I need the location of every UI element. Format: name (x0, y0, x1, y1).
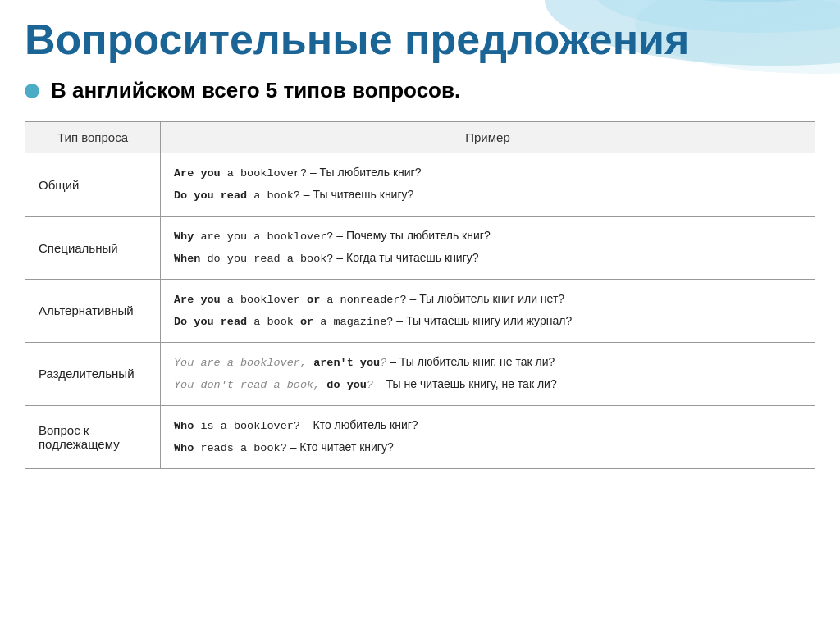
type-cell: Вопрос к подлежащему (25, 405, 161, 468)
example-part: You don't read a book, (174, 379, 326, 391)
example-line: Are you a booklover or a nonreader? – Ты… (174, 289, 801, 310)
example-part: aren't you (313, 357, 380, 369)
example-part: reads a book (194, 442, 280, 454)
example-line: Do you read a book or a magazine? – Ты ч… (174, 312, 801, 332)
example-cell: You are a booklover, aren't you? – Ты лю… (161, 342, 815, 405)
table-row: Вопрос к подлежащемуWho is a booklover? … (25, 405, 815, 468)
example-part: – Ты не читаешь книгу, не так ли? (373, 377, 557, 390)
table-row: РазделительныйYou are a booklover, aren'… (25, 342, 815, 405)
example-part: do you read a book (200, 253, 326, 265)
example-part: a book (247, 316, 300, 328)
example-line: Who is a booklover? – Кто любитель книг? (174, 416, 801, 436)
subtitle-text: В английском всего 5 типов вопросов. (51, 78, 460, 103)
example-part: Why (174, 230, 194, 243)
example-part: Do you read (174, 316, 247, 328)
col-header-type: Тип вопроса (25, 122, 161, 153)
example-part: – Когда ты читаешь книгу? (333, 251, 478, 264)
table-row: ОбщийAre you a booklover? – Ты любитель … (25, 153, 815, 217)
example-cell: Who is a booklover? – Кто любитель книг?… (161, 405, 815, 468)
example-part: – Кто читает книгу? (287, 440, 394, 454)
page-content: Вопросительные предложения В английском … (0, 0, 840, 485)
table-row: СпециальныйWhy are you a booklover? – По… (25, 217, 815, 280)
question-types-table: Тип вопроса Пример ОбщийAre you a booklo… (25, 121, 815, 468)
example-part: You are a booklover, (174, 357, 313, 369)
example-part: – Почему ты любитель книг? (333, 229, 490, 242)
example-line: Do you read a book? – Ты читаешь книгу? (174, 185, 801, 206)
example-part: When (174, 253, 200, 265)
example-line: Who reads a book? – Кто читает книгу? (174, 438, 801, 458)
example-part: ? (300, 167, 307, 180)
example-part: are you a booklover (194, 230, 326, 243)
example-line: Why are you a booklover? – Почему ты люб… (174, 226, 801, 247)
example-part: Do you read (174, 189, 247, 202)
example-part: or (300, 316, 313, 328)
page-title: Вопросительные предложения (25, 16, 815, 63)
example-cell: Why are you a booklover? – Почему ты люб… (161, 217, 815, 280)
table: Тип вопроса Пример ОбщийAre you a booklo… (25, 121, 815, 468)
example-part: ? (367, 379, 373, 391)
example-part: Who (174, 442, 194, 454)
example-part: ? (281, 442, 287, 454)
example-part: – Ты любитель книг? (307, 166, 421, 179)
example-part: is a booklover (194, 420, 294, 432)
example-part: Who (174, 420, 194, 432)
example-cell: Are you a booklover? – Ты любитель книг?… (161, 153, 815, 217)
example-part: do you (326, 379, 367, 391)
col-header-example: Пример (161, 122, 815, 153)
example-part: a book (247, 189, 294, 202)
table-row: АльтернативныйAre you a booklover or a n… (25, 279, 815, 342)
example-part: – Кто любитель книг? (300, 418, 418, 431)
example-part: a nonreader (320, 294, 399, 306)
example-part: – Ты любитель книг или нет? (407, 292, 565, 305)
example-part: – Ты читаешь книгу? (300, 188, 413, 201)
example-line: You don't read a book, do you? – Ты не ч… (174, 375, 801, 395)
example-cell: Are you a booklover or a nonreader? – Ты… (161, 279, 815, 342)
subtitle-container: В английском всего 5 типов вопросов. (25, 78, 815, 103)
example-part: Are you (174, 167, 221, 180)
example-part: ? (294, 420, 300, 432)
table-header-row: Тип вопроса Пример (25, 122, 815, 153)
example-part: ? (294, 189, 300, 202)
example-part: – Ты читаешь книгу или журнал? (393, 314, 572, 327)
type-cell: Разделительный (25, 342, 161, 405)
example-line: Are you a booklover? – Ты любитель книг? (174, 163, 801, 184)
type-cell: Специальный (25, 217, 161, 280)
bullet-icon (25, 84, 39, 98)
example-part: – Ты любитель книг, не так ли? (386, 355, 555, 368)
example-part: a magazine (313, 316, 386, 328)
example-part: Are you (174, 294, 221, 306)
example-part: or (307, 294, 320, 306)
example-part: ? (399, 294, 406, 306)
type-cell: Альтернативный (25, 279, 161, 342)
example-part: a booklover (221, 294, 307, 306)
type-cell: Общий (25, 153, 161, 217)
example-line: When do you read a book? – Когда ты чита… (174, 248, 801, 269)
example-line: You are a booklover, aren't you? – Ты лю… (174, 353, 801, 373)
example-part: a booklover (221, 167, 300, 180)
